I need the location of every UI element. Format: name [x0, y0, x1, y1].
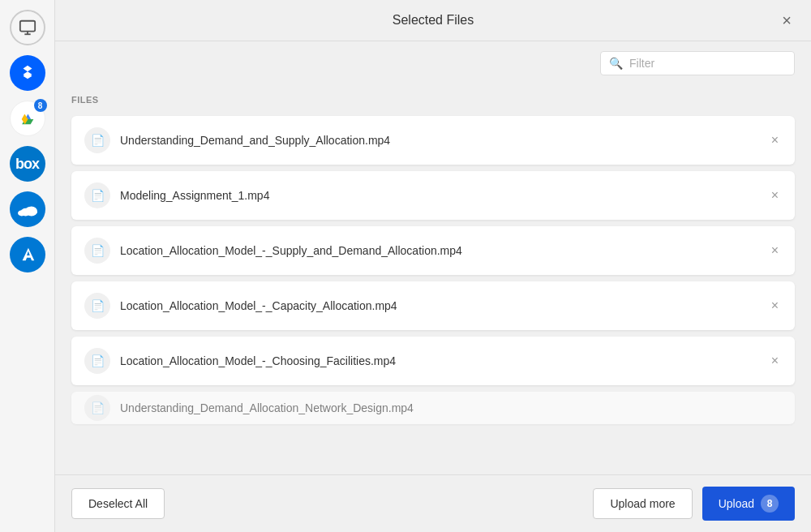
file-icon-wrap: 📄: [84, 182, 110, 208]
file-icon: 📄: [91, 299, 105, 312]
sidebar-item-gdrive[interactable]: 8: [10, 101, 45, 136]
file-icon-wrap: 📄: [84, 238, 110, 264]
close-button[interactable]: ×: [779, 9, 795, 32]
file-icon-wrap: 📄: [84, 127, 110, 153]
app-layout: 8 box Sele: [0, 0, 811, 532]
file-icon: 📄: [91, 354, 105, 367]
modal-title: Selected Files: [393, 13, 474, 28]
sidebar-item-onedrive[interactable]: [10, 191, 45, 227]
files-section-label-wrap: FILES: [55, 85, 811, 109]
file-name: Understanding_Demand_Allocation_Network_…: [120, 401, 782, 414]
file-name: Location_Allocation_Model_-_Choosing_Fac…: [120, 354, 758, 367]
file-remove-button[interactable]: ×: [768, 186, 782, 205]
file-remove-button[interactable]: ×: [768, 131, 782, 150]
deselect-all-button[interactable]: Deselect All: [71, 488, 165, 519]
search-icon: 🔍: [609, 57, 623, 70]
file-item: 📄 Modeling_Assignment_1.mp4 ×: [71, 171, 795, 220]
file-item: 📄 Location_Allocation_Model_-_Supply_and…: [71, 226, 795, 275]
file-item: 📄 Understanding_Demand_Allocation_Networ…: [71, 392, 795, 424]
file-name: Location_Allocation_Model_-_Supply_and_D…: [120, 244, 758, 257]
modal-footer: Deselect All Upload more Upload 8: [55, 474, 811, 532]
filter-bar: 🔍: [55, 41, 811, 85]
upload-count-badge: 8: [761, 495, 779, 513]
upload-button[interactable]: Upload 8: [702, 487, 795, 521]
file-icon: 📄: [91, 244, 105, 257]
file-remove-button[interactable]: ×: [768, 296, 782, 315]
file-name: Location_Allocation_Model_-_Capacity_All…: [120, 299, 758, 312]
file-icon-wrap: 📄: [84, 348, 110, 374]
file-item: 📄 Understanding_Demand_and_Supply_Alloca…: [71, 116, 795, 165]
file-item: 📄 Location_Allocation_Model_-_Capacity_A…: [71, 281, 795, 330]
sidebar-item-dropbox[interactable]: [10, 55, 45, 91]
gdrive-badge: 8: [34, 99, 47, 112]
file-name: Understanding_Demand_and_Supply_Allocati…: [120, 134, 758, 147]
sidebar: 8 box: [0, 0, 55, 532]
file-name: Modeling_Assignment_1.mp4: [120, 189, 758, 202]
file-remove-button[interactable]: ×: [768, 241, 782, 260]
file-icon: 📄: [91, 189, 105, 202]
sidebar-item-azure[interactable]: [10, 237, 45, 272]
svg-rect-0: [19, 21, 34, 32]
sidebar-item-box[interactable]: box: [10, 146, 45, 182]
files-section-label: FILES: [71, 95, 99, 105]
file-item: 📄 Location_Allocation_Model_-_Choosing_F…: [71, 337, 795, 385]
sidebar-item-computer[interactable]: [10, 10, 45, 45]
file-remove-button[interactable]: ×: [768, 351, 782, 371]
upload-more-button[interactable]: Upload more: [593, 488, 692, 519]
filter-input-wrap: 🔍: [600, 51, 795, 75]
upload-button-label: Upload: [719, 497, 754, 510]
modal-header: Selected Files ×: [55, 0, 811, 41]
file-list: 📄 Understanding_Demand_and_Supply_Alloca…: [55, 109, 811, 474]
file-icon: 📄: [91, 134, 105, 147]
file-icon-wrap: 📄: [84, 395, 110, 421]
file-icon-wrap: 📄: [84, 293, 110, 319]
modal: Selected Files × 🔍 FILES 📄 Understanding…: [55, 0, 811, 532]
file-icon: 📄: [91, 401, 105, 414]
filter-input[interactable]: [629, 57, 786, 70]
